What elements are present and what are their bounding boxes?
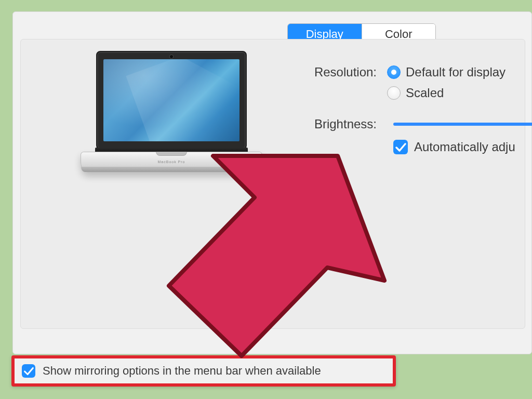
- auto-brightness-label: Automatically adju: [414, 140, 515, 154]
- checkbox-checked-icon: [22, 364, 35, 378]
- laptop-brand-label: MacBook Pro: [81, 160, 262, 164]
- resolution-label: Resolution:: [304, 65, 377, 79]
- auto-brightness-row[interactable]: Automatically adju: [393, 140, 515, 154]
- display-preview-laptop: MacBook Pro: [81, 51, 262, 186]
- checkbox-checked-icon: [393, 140, 408, 154]
- radio-checked-icon: [387, 65, 401, 79]
- laptop-camera-icon: [170, 55, 173, 58]
- radio-unchecked-icon: [387, 86, 401, 100]
- resolution-option-default[interactable]: Default for display: [387, 62, 506, 83]
- display-preferences-window: Display Color MacBook Pro Resolution: De…: [12, 11, 532, 354]
- mirroring-option-label: Show mirroring options in the menu bar w…: [43, 364, 321, 378]
- resolution-radio-group: Default for display Scaled: [387, 62, 506, 103]
- laptop-bezel: [96, 51, 247, 150]
- resolution-option-scaled-label: Scaled: [406, 86, 444, 100]
- mirroring-option-row[interactable]: Show mirroring options in the menu bar w…: [11, 355, 396, 387]
- resolution-option-scaled[interactable]: Scaled: [387, 83, 506, 103]
- resolution-option-default-label: Default for display: [406, 65, 506, 79]
- laptop-wallpaper: [103, 59, 240, 141]
- laptop-notch: [156, 152, 187, 156]
- brightness-slider[interactable]: [393, 123, 532, 126]
- brightness-label: Brightness:: [301, 117, 377, 131]
